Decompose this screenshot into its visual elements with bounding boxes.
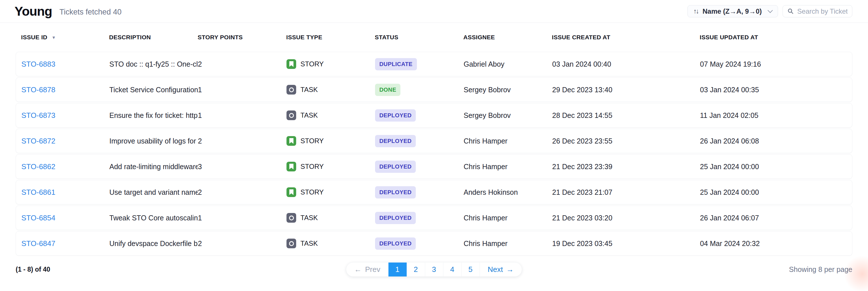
sort-dropdown[interactable]: ↑↓ Name (Z→A, 9→0) bbox=[687, 5, 778, 18]
table-row: STO-6861 Use target and variant name sea… bbox=[16, 180, 852, 204]
issue-created-at: 19 Dec 2023 03:45 bbox=[552, 239, 700, 248]
issue-description: Improve usability of logs for failur... bbox=[110, 137, 198, 145]
issue-type-label: STORY bbox=[301, 137, 324, 145]
issue-type-icon bbox=[286, 110, 296, 120]
issue-updated-at: 07 May 2024 19:16 bbox=[700, 60, 852, 68]
task-circle-icon bbox=[289, 216, 294, 220]
issue-type-label: TASK bbox=[301, 86, 318, 94]
assignee-name: Sergey Bobrov bbox=[464, 111, 552, 120]
story-points-value: 2 bbox=[198, 137, 286, 145]
issue-created-at: 21 Dec 2023 23:39 bbox=[552, 163, 700, 171]
page-button-3[interactable]: 3 bbox=[425, 262, 443, 277]
issue-type-cell: STORY bbox=[286, 162, 375, 171]
status-badge: DEPLOYED bbox=[375, 212, 416, 224]
issue-id-link[interactable]: STO-6878 bbox=[21, 86, 110, 94]
story-points-value: 1 bbox=[198, 86, 286, 94]
issue-id-link[interactable]: STO-6872 bbox=[21, 137, 110, 146]
per-page-label: Showing 8 per page bbox=[789, 265, 852, 273]
page-button-2[interactable]: 2 bbox=[407, 262, 425, 277]
story-bookmark-icon bbox=[289, 138, 293, 144]
story-points-value: 1 bbox=[198, 111, 286, 120]
issue-type-cell: STORY bbox=[286, 136, 375, 146]
issue-type-cell: STORY bbox=[286, 187, 375, 197]
issue-type-icon bbox=[286, 213, 296, 223]
status-badge: DEPLOYED bbox=[375, 135, 416, 147]
chevron-down-icon bbox=[768, 8, 773, 13]
table-row: STO-6873 Ensure the fix for ticket: http… bbox=[16, 103, 852, 128]
issue-description: Ensure the fix for ticket: https://h... bbox=[110, 111, 198, 120]
issue-type-icon bbox=[286, 187, 296, 197]
issue-description: STO doc :: q1-fy25 :: One-click e... bbox=[110, 60, 198, 68]
issue-updated-at: 03 Jan 2024 00:35 bbox=[700, 86, 852, 94]
sort-dropdown-label: Name (Z→A, 9→0) bbox=[703, 7, 762, 15]
issue-created-at: 28 Dec 2023 14:55 bbox=[552, 111, 700, 120]
issue-updated-at: 26 Jan 2024 06:08 bbox=[700, 137, 852, 145]
pagination-bar: (1 - 8) of 40 ← Prev 12345 Next → Showin… bbox=[16, 262, 852, 277]
issue-type-icon bbox=[286, 238, 296, 248]
search-box[interactable] bbox=[782, 5, 852, 18]
search-icon bbox=[787, 7, 794, 15]
column-header-description: DESCRIPTION bbox=[109, 34, 198, 41]
issue-id-link[interactable]: STO-6862 bbox=[21, 162, 110, 171]
page-button-1[interactable]: 1 bbox=[389, 262, 407, 277]
issue-id-link[interactable]: STO-6861 bbox=[21, 188, 110, 197]
issue-created-at: 26 Dec 2023 23:55 bbox=[552, 137, 700, 145]
issue-updated-at: 26 Jan 2024 06:07 bbox=[700, 214, 852, 222]
sort-arrows-icon: ↑↓ bbox=[693, 7, 698, 15]
tickets-fetched-label: Tickets fetched 40 bbox=[60, 6, 122, 17]
issue-id-link[interactable]: STO-6847 bbox=[21, 239, 110, 248]
story-points-value: 2 bbox=[198, 60, 286, 68]
issue-type-label: STORY bbox=[301, 188, 324, 196]
issue-type-label: STORY bbox=[301, 60, 324, 68]
issue-type-label: STORY bbox=[301, 163, 324, 170]
issue-description: Ticket Service Configuration bbox=[110, 86, 198, 94]
issue-id-link[interactable]: STO-6883 bbox=[21, 60, 110, 69]
issue-type-icon bbox=[286, 136, 296, 146]
task-circle-icon bbox=[289, 241, 294, 246]
next-page-button[interactable]: Next → bbox=[479, 262, 522, 277]
assignee-name: Chris Hamper bbox=[464, 137, 552, 145]
next-arrow-icon: → bbox=[506, 265, 514, 274]
table-row: STO-6854 Tweak STO Core autoscaling par.… bbox=[16, 205, 852, 230]
assignee-name: Chris Hamper bbox=[464, 214, 552, 222]
column-header-status: STATUS bbox=[375, 34, 463, 41]
issue-type-icon bbox=[286, 162, 296, 171]
top-bar-controls: ↑↓ Name (Z→A, 9→0) bbox=[687, 5, 852, 18]
table-row: STO-6847 Unify devspace Dockerfile build… bbox=[16, 231, 852, 256]
sort-caret-icon: ▼ bbox=[52, 35, 56, 40]
task-circle-icon bbox=[289, 88, 294, 92]
issue-type-label: TASK bbox=[301, 239, 318, 248]
story-bookmark-icon bbox=[289, 164, 293, 169]
story-points-value: 2 bbox=[198, 188, 286, 196]
column-header-story-points: STORY POINTS bbox=[198, 34, 286, 41]
status-badge: DEPLOYED bbox=[375, 186, 416, 198]
status-badge: DONE bbox=[375, 84, 400, 96]
page-button-4[interactable]: 4 bbox=[443, 262, 461, 277]
issue-updated-at: 25 Jan 2024 00:00 bbox=[700, 163, 852, 171]
issue-id-link[interactable]: STO-6873 bbox=[21, 111, 110, 120]
column-header-issue-created-at: ISSUE CREATED AT bbox=[552, 34, 700, 41]
search-input[interactable] bbox=[797, 7, 847, 15]
issue-created-at: 03 Jan 2024 00:40 bbox=[552, 60, 700, 68]
table-body: STO-6883 STO doc :: q1-fy25 :: One-click… bbox=[16, 52, 852, 256]
issue-updated-at: 11 Jan 2024 02:05 bbox=[700, 111, 852, 120]
issue-description: Unify devspace Dockerfile build bbox=[110, 239, 198, 248]
column-header-issue-id[interactable]: ISSUE ID ▼ bbox=[21, 34, 109, 41]
issue-description: Use target and variant name sear... bbox=[110, 188, 198, 196]
table-row: STO-6862 Add rate-limiting middleware to… bbox=[16, 154, 852, 179]
page-button-5[interactable]: 5 bbox=[461, 262, 479, 277]
issue-type-cell: TASK bbox=[286, 238, 375, 248]
prev-page-button[interactable]: ← Prev bbox=[346, 262, 388, 277]
issue-type-cell: TASK bbox=[286, 85, 375, 95]
assignee-name: Gabriel Aboy bbox=[464, 60, 552, 68]
prev-label: Prev bbox=[365, 265, 380, 274]
issue-type-icon bbox=[286, 59, 296, 69]
issue-type-label: TASK bbox=[301, 214, 318, 222]
issue-id-link[interactable]: STO-6854 bbox=[21, 214, 110, 222]
tickets-table: ISSUE ID ▼ DESCRIPTION STORY POINTS ISSU… bbox=[16, 23, 852, 256]
assignee-name: Chris Hamper bbox=[464, 239, 552, 248]
issue-description: Add rate-limiting middleware to S... bbox=[110, 163, 198, 171]
column-header-assignee: ASSIGNEE bbox=[463, 34, 552, 41]
issue-type-cell: TASK bbox=[286, 213, 375, 223]
prev-arrow-icon: ← bbox=[354, 265, 362, 274]
